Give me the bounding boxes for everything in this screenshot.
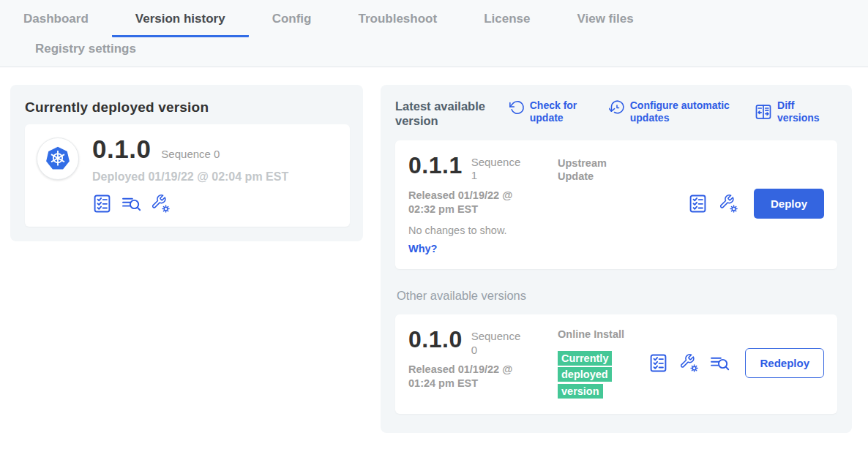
tab-dashboard[interactable]: Dashboard <box>0 4 112 37</box>
edit-config-icon[interactable] <box>679 353 699 373</box>
check-for-update-label: Check for update <box>530 99 596 124</box>
other-version-card: 0.1.0 Sequence 0 Released 01/19/22 @ 01:… <box>395 314 837 414</box>
check-for-update-link[interactable]: Check for update <box>509 99 596 124</box>
latest-version-card: 0.1.1 Sequence 1 Released 01/19/22 @ 02:… <box>395 140 837 269</box>
kubernetes-icon <box>45 146 71 172</box>
deploy-logs-icon[interactable] <box>121 194 141 214</box>
content-area: Currently deployed version 0.1.0 Sequenc… <box>0 67 868 433</box>
other-sequence-label: Sequence 0 <box>471 328 523 358</box>
deployed-version-number: 0.1.0 <box>92 135 151 164</box>
currently-deployed-title: Currently deployed version <box>25 99 350 116</box>
tab-license[interactable]: License <box>460 4 553 37</box>
deployed-sequence-label: Sequence 0 <box>161 148 220 160</box>
other-version-number: 0.1.0 <box>408 328 463 352</box>
other-version-source: Online Install <box>558 328 628 341</box>
main-nav: Dashboard Version history Config Trouble… <box>0 0 868 67</box>
why-link[interactable]: Why? <box>408 243 437 254</box>
tab-troubleshoot[interactable]: Troubleshoot <box>334 4 460 37</box>
tab-version-history[interactable]: Version history <box>112 4 249 37</box>
app-logo <box>37 137 79 180</box>
diff-icon <box>755 103 772 121</box>
deploy-logs-icon[interactable] <box>710 353 730 373</box>
diff-versions-link[interactable]: Diff versions <box>755 99 837 124</box>
no-changes-note: No changes to show. <box>408 224 546 236</box>
latest-sequence-label: Sequence 1 <box>471 154 523 184</box>
latest-released-timestamp: Released 01/19/22 @ 02:32 pm EST <box>408 189 537 216</box>
secondary-tabs: Registry settings <box>0 37 868 67</box>
available-versions-header: Latest available version Check for updat… <box>395 99 837 129</box>
preflight-checks-icon[interactable] <box>92 194 112 214</box>
redeploy-button[interactable]: Redeploy <box>745 348 824 378</box>
currently-deployed-panel: Currently deployed version 0.1.0 Sequenc… <box>10 85 363 241</box>
latest-version-source: Upstream Update <box>558 154 628 254</box>
deployed-timestamp: Deployed 01/19/22 @ 02:04 pm EST <box>92 170 288 184</box>
preflight-checks-icon[interactable] <box>688 194 708 214</box>
configure-automatic-updates-label: Configure automatic updates <box>630 99 746 124</box>
deploy-button[interactable]: Deploy <box>754 189 824 219</box>
tab-view-files[interactable]: View files <box>553 4 656 37</box>
diff-versions-label: Diff versions <box>777 99 837 124</box>
latest-available-title: Latest available version <box>395 99 490 129</box>
tab-config[interactable]: Config <box>249 4 335 37</box>
refresh-icon <box>509 99 525 116</box>
tab-registry-settings[interactable]: Registry settings <box>0 37 160 67</box>
preflight-checks-icon[interactable] <box>648 353 668 373</box>
deployed-version-card: 0.1.0 Sequence 0 Deployed 01/19/22 @ 02:… <box>25 124 350 227</box>
configure-automatic-updates-link[interactable]: Configure automatic updates <box>609 99 746 124</box>
edit-config-icon[interactable] <box>151 194 171 214</box>
latest-version-number: 0.1.1 <box>408 154 463 178</box>
other-released-timestamp: Released 01/19/22 @ 01:24 pm EST <box>408 363 537 390</box>
other-available-versions-title: Other available versions <box>397 289 837 303</box>
primary-tabs: Dashboard Version history Config Trouble… <box>0 4 868 37</box>
edit-config-icon[interactable] <box>719 194 738 214</box>
scheduled-update-icon <box>609 99 625 116</box>
available-versions-panel: Latest available version Check for updat… <box>381 85 852 433</box>
currently-deployed-badge: Currently deployed version <box>558 351 612 399</box>
